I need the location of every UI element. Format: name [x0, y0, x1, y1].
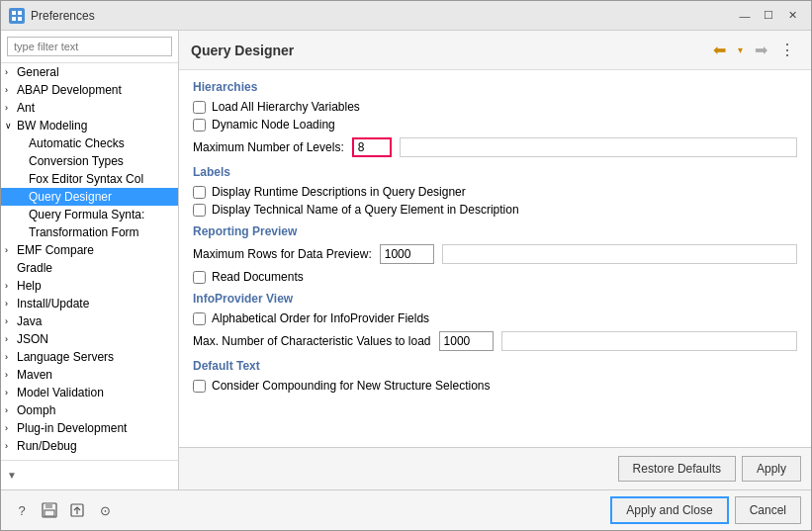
search-box [1, 31, 178, 63]
main-toolbar: ⬅ ▾ ➡ ⋮ [709, 39, 799, 61]
panel-footer: Restore Defaults Apply [179, 447, 811, 489]
max-rows-label: Maximum Rows for Data Preview: [193, 247, 372, 261]
section-infoprovider-view-label: InfoProvider View [193, 292, 797, 306]
sidebar-item-java[interactable]: ›Java [1, 312, 178, 330]
max-levels-spacer [400, 137, 797, 157]
forward-button[interactable]: ➡ [751, 39, 771, 61]
help-icon[interactable]: ? [11, 499, 33, 521]
tree: ›General ›ABAP Development ›Ant ∨BW Mode… [1, 63, 178, 460]
sidebar-item-fox-editor[interactable]: Fox Editor Syntax Col [1, 170, 178, 188]
svg-rect-0 [12, 11, 16, 15]
section-labels-label: Labels [193, 165, 797, 179]
dropdown-arrow[interactable]: ▾ [734, 43, 747, 57]
sidebar-item-abap[interactable]: ›ABAP Development [1, 81, 178, 99]
checkbox-row-dynamic-node: Dynamic Node Loading [193, 118, 797, 132]
max-char-values-input[interactable] [439, 331, 494, 351]
sidebar-item-json[interactable]: ›JSON [1, 330, 178, 348]
restore-defaults-button[interactable]: Restore Defaults [618, 456, 736, 482]
titlebar: Preferences — ☐ ✕ [1, 1, 811, 31]
sidebar-bottom: ▼ [1, 460, 178, 489]
cancel-button[interactable]: Cancel [735, 496, 801, 524]
sidebar-item-plugin-development[interactable]: ›Plug-in Development [1, 419, 178, 437]
display-technical-label: Display Technical Name of a Query Elemen… [212, 203, 519, 217]
sidebar-item-query-formula[interactable]: Query Formula Synta: [1, 206, 178, 223]
preferences-window: Preferences — ☐ ✕ ›General ›ABAP Develop… [0, 0, 812, 531]
close-button[interactable]: ✕ [781, 5, 803, 27]
window-title: Preferences [31, 9, 95, 23]
minimize-button[interactable]: — [734, 5, 756, 27]
max-levels-input[interactable] [352, 137, 392, 157]
checkbox-row-display-technical: Display Technical Name of a Query Elemen… [193, 203, 797, 217]
max-rows-spacer [442, 244, 797, 264]
content-area: ›General ›ABAP Development ›Ant ∨BW Mode… [1, 31, 811, 489]
sidebar-item-emf-compare[interactable]: ›EMF Compare [1, 241, 178, 259]
display-technical-checkbox[interactable] [193, 204, 206, 217]
alphabetical-order-checkbox[interactable] [193, 312, 206, 325]
svg-rect-6 [45, 510, 54, 516]
max-char-values-spacer [501, 331, 797, 351]
sidebar-item-ant[interactable]: ›Ant [1, 99, 178, 117]
svg-rect-1 [18, 11, 22, 15]
export-icon[interactable] [66, 499, 88, 521]
sidebar-item-transformation-form[interactable]: Transformation Form [1, 223, 178, 241]
consider-compounding-label: Consider Compounding for New Structure S… [212, 379, 490, 393]
read-documents-checkbox[interactable] [193, 271, 206, 284]
window-controls: — ☐ ✕ [734, 5, 803, 27]
display-runtime-checkbox[interactable] [193, 186, 206, 199]
main-panel: Query Designer ⬅ ▾ ➡ ⋮ Hierarchies Load … [179, 31, 811, 489]
svg-rect-3 [18, 17, 22, 21]
max-rows-input[interactable] [380, 244, 434, 264]
max-rows-row: Maximum Rows for Data Preview: [193, 244, 797, 264]
dynamic-node-loading-checkbox[interactable] [193, 119, 206, 132]
checkbox-row-load-all-hierarchy: Load All Hierarchy Variables [193, 100, 797, 114]
consider-compounding-checkbox[interactable] [193, 380, 206, 393]
window-footer-buttons: Apply and Close Cancel [610, 496, 801, 524]
max-char-values-row: Max. Number of Characteristic Values to … [193, 331, 797, 351]
svg-rect-2 [12, 17, 16, 21]
sidebar-item-maven[interactable]: ›Maven [1, 366, 178, 384]
checkbox-row-display-runtime: Display Runtime Descriptions in Query De… [193, 185, 797, 199]
bottom-icons: ? ⊙ [11, 499, 116, 521]
save-icon[interactable] [39, 499, 60, 521]
alphabetical-order-label: Alphabetical Order for InfoProvider Fiel… [212, 311, 429, 325]
load-all-hierarchy-checkbox[interactable] [193, 101, 206, 114]
sidebar-item-query-designer[interactable]: Query Designer [1, 188, 178, 206]
apply-and-close-button[interactable]: Apply and Close [610, 496, 728, 524]
svg-rect-5 [45, 503, 52, 508]
checkbox-row-alphabetical-order: Alphabetical Order for InfoProvider Fiel… [193, 311, 797, 325]
main-content: Hierarchies Load All Hierarchy Variables… [179, 70, 811, 447]
sidebar-item-general[interactable]: ›General [1, 63, 178, 81]
back-button[interactable]: ⬅ [709, 39, 730, 61]
more-options-button[interactable]: ⋮ [775, 39, 799, 61]
sidebar-item-conversion-types[interactable]: Conversion Types [1, 152, 178, 170]
sidebar-item-help[interactable]: ›Help [1, 277, 178, 295]
main-header: Query Designer ⬅ ▾ ➡ ⋮ [179, 31, 811, 70]
section-hierarchies-label: Hierarchies [193, 80, 797, 94]
max-char-values-label: Max. Number of Characteristic Values to … [193, 334, 431, 348]
search-input[interactable] [7, 37, 172, 56]
sidebar-item-language-servers[interactable]: ›Language Servers [1, 348, 178, 366]
apply-button[interactable]: Apply [742, 456, 801, 482]
section-default-text-label: Default Text [193, 359, 797, 373]
sidebar-item-run-debug[interactable]: ›Run/Debug [1, 437, 178, 455]
sidebar: ›General ›ABAP Development ›Ant ∨BW Mode… [1, 31, 179, 489]
scroll-down-icon[interactable]: ▼ [7, 470, 17, 481]
sidebar-item-oomph[interactable]: ›Oomph [1, 401, 178, 419]
maximize-button[interactable]: ☐ [758, 5, 779, 27]
window-footer: ? ⊙ Apply and Close Cancel [1, 489, 811, 530]
sidebar-item-gradle[interactable]: Gradle [1, 259, 178, 277]
max-levels-label: Maximum Number of Levels: [193, 140, 344, 154]
sidebar-item-automatic-checks[interactable]: Automatic Checks [1, 134, 178, 152]
display-runtime-label: Display Runtime Descriptions in Query De… [212, 185, 466, 199]
window-icon [9, 8, 25, 24]
checkbox-row-read-documents: Read Documents [193, 270, 797, 284]
dynamic-node-loading-label: Dynamic Node Loading [212, 118, 335, 132]
checkbox-row-consider-compounding: Consider Compounding for New Structure S… [193, 379, 797, 393]
section-reporting-preview-label: Reporting Preview [193, 224, 797, 238]
settings-icon[interactable]: ⊙ [94, 499, 116, 521]
sidebar-item-model-validation[interactable]: ›Model Validation [1, 384, 178, 401]
read-documents-label: Read Documents [212, 270, 304, 284]
page-title: Query Designer [191, 43, 294, 58]
sidebar-item-bw-modeling[interactable]: ∨BW Modeling [1, 117, 178, 134]
sidebar-item-install-update[interactable]: ›Install/Update [1, 295, 178, 312]
